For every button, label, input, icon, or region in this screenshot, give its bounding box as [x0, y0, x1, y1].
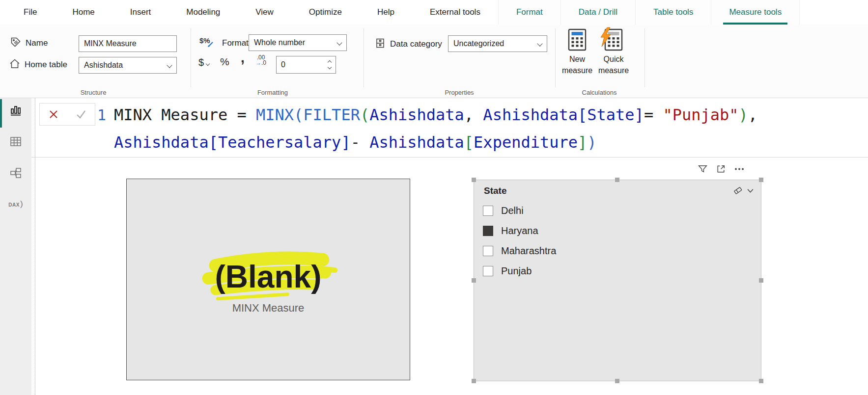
line-number: 1 — [97, 103, 106, 128]
formula-token: , — [464, 105, 483, 124]
percent-icon: % — [220, 56, 229, 68]
resize-handle[interactable] — [759, 178, 763, 182]
decimal-places-icon[interactable]: .00 →.0 — [255, 55, 266, 66]
name-label: Name — [26, 38, 48, 48]
chevron-down-icon[interactable] — [747, 187, 754, 194]
checkbox-checked[interactable] — [483, 226, 493, 236]
model-view-button[interactable] — [0, 167, 31, 180]
resize-handle[interactable] — [472, 379, 476, 383]
comma-icon: , — [241, 50, 245, 66]
home-table-select[interactable]: Ashishdata — [79, 57, 177, 74]
data-category-select[interactable]: Uncategorized — [448, 35, 547, 52]
menu-tab-home[interactable]: Home — [55, 0, 112, 25]
stepper-down-icon[interactable] — [328, 65, 332, 69]
slicer-item-haryana[interactable]: Haryana — [483, 221, 753, 241]
chevron-down-icon — [336, 40, 342, 45]
powerbi-window: FileHomeInsertModelingViewOptimizeHelpEx… — [0, 0, 868, 395]
resize-handle[interactable] — [472, 278, 476, 283]
menu-tab-file[interactable]: File — [6, 0, 55, 25]
resize-handle[interactable] — [615, 379, 619, 383]
focus-mode-icon[interactable] — [716, 164, 726, 174]
menu-main-tabs: FileHomeInsertModelingViewOptimizeHelpEx… — [6, 0, 498, 25]
menu-tab-table-tools[interactable]: Table tools — [635, 0, 711, 25]
data-category-icon — [374, 37, 386, 51]
menu-tab-help[interactable]: Help — [360, 0, 412, 25]
dax-query-view-button[interactable]: DAX) — [0, 199, 31, 209]
calculator-icon — [567, 28, 587, 51]
formula-token: FILTER — [303, 105, 360, 124]
formula-token: Expenditure — [474, 133, 578, 152]
dax-icon: DAX — [8, 202, 20, 208]
card-value: (Blank) — [127, 259, 410, 295]
checkbox-unchecked[interactable] — [483, 266, 493, 276]
stepper-up-icon[interactable] — [328, 60, 332, 64]
measure-name-input[interactable] — [79, 35, 177, 52]
chevron-down-icon — [537, 41, 542, 46]
data-category-label: Data category — [390, 39, 442, 49]
formula-line-2[interactable]: Ashishdata[Teachersalary]- Ashishdata[Ex… — [114, 130, 597, 155]
lightning-bolt-icon — [599, 27, 612, 48]
slicer-title: State — [484, 185, 506, 196]
format-select[interactable]: Whole number — [249, 34, 347, 51]
decimal-places-value: 0 — [281, 60, 285, 69]
formula-token: [State] — [578, 105, 644, 124]
menu-tab-view[interactable]: View — [238, 0, 291, 25]
menu-tab-measure-tools[interactable]: Measure tools — [711, 0, 800, 25]
slicer-item-delhi[interactable]: Delhi — [483, 201, 753, 221]
chevron-down-icon — [167, 62, 172, 68]
menu-tab-data-drill[interactable]: Data / Drill — [560, 0, 635, 25]
formula-token: ( — [294, 105, 303, 124]
more-options-icon[interactable] — [734, 164, 745, 174]
resize-handle[interactable] — [759, 278, 763, 283]
menu-tab-insert[interactable]: Insert — [112, 0, 169, 25]
filter-icon[interactable] — [698, 164, 708, 174]
commit-formula-button[interactable] — [76, 109, 86, 119]
formula-token: ] — [578, 133, 587, 152]
new-measure-button[interactable]: Newmeasure — [559, 28, 595, 76]
quick-measure-button[interactable]: Quickmeasure — [595, 28, 632, 76]
menu-tab-external-tools[interactable]: External tools — [412, 0, 498, 25]
menu-tab-format[interactable]: Format — [498, 0, 560, 25]
currency-format-button[interactable]: $ — [198, 57, 209, 68]
formula-token: ) — [739, 105, 748, 124]
group-label-properties: Properties — [395, 89, 523, 96]
decimal-places-stepper[interactable]: 0 — [276, 56, 336, 74]
formula-token: MINX Measure = — [114, 105, 256, 124]
formula-token: "Punjab" — [663, 105, 738, 124]
menu-bar: FileHomeInsertModelingViewOptimizeHelpEx… — [0, 0, 868, 25]
card-caption: MINX Measure — [127, 302, 410, 315]
state-slicer-visual[interactable]: State DelhiHaryanaMaharashtraPunjab — [474, 180, 761, 381]
checkbox-unchecked[interactable] — [483, 246, 493, 256]
slicer-item-label: Punjab — [501, 265, 532, 277]
formula-token: = — [644, 105, 663, 124]
checkbox-unchecked[interactable] — [483, 206, 493, 216]
percent-format-button[interactable]: % — [220, 56, 229, 68]
card-visual[interactable]: (Blank) MINX Measure — [126, 179, 410, 380]
slicer-item-punjab[interactable]: Punjab — [483, 261, 753, 281]
resize-handle[interactable] — [472, 178, 476, 182]
ribbon-divider — [191, 28, 191, 87]
slicer-header-tools — [733, 185, 754, 195]
formula-token: Ashishdata — [369, 105, 464, 124]
formula-token: [ — [464, 133, 474, 152]
formula-token: Ashishdata — [114, 133, 209, 152]
clear-selections-icon[interactable] — [733, 185, 743, 195]
formula-commit-box — [39, 103, 95, 126]
home-icon — [9, 58, 21, 72]
home-table-value: Ashishdata — [84, 61, 123, 70]
cancel-formula-button[interactable] — [49, 109, 58, 119]
slicer-item-maharashtra[interactable]: Maharashtra — [483, 241, 753, 261]
menu-tab-optimize[interactable]: Optimize — [291, 0, 360, 25]
thousands-separator-button[interactable]: , — [241, 50, 245, 66]
formula-token: [Teachersalary] — [209, 133, 351, 152]
resize-handle[interactable] — [759, 379, 763, 383]
formula-token: - — [351, 133, 370, 152]
slicer-item-label: Delhi — [501, 205, 524, 216]
report-view-button[interactable] — [0, 104, 31, 117]
dollar-icon: $ — [198, 57, 204, 68]
formula-line-1[interactable]: MINX Measure = MINX(FILTER(Ashishdata, A… — [114, 102, 757, 128]
menu-tab-modeling[interactable]: Modeling — [168, 0, 238, 25]
formula-token: ) — [587, 133, 596, 152]
table-view-button[interactable] — [0, 135, 31, 148]
resize-handle[interactable] — [615, 178, 619, 182]
